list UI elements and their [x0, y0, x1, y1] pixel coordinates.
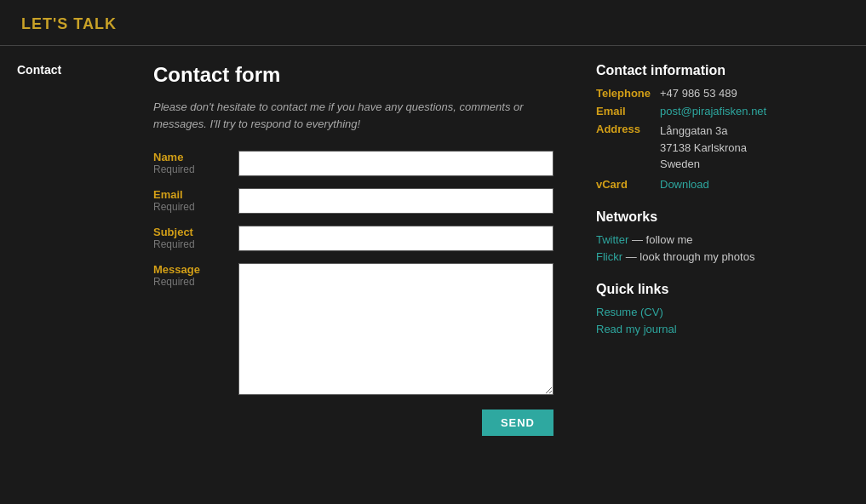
vcard-download-link[interactable]: Download — [660, 178, 709, 191]
message-input-col — [238, 263, 553, 398]
name-row: Name Required — [153, 151, 553, 176]
subject-input-col — [238, 226, 553, 251]
telephone-label: Telephone — [596, 87, 660, 100]
message-textarea[interactable] — [238, 263, 553, 395]
email-input[interactable] — [238, 188, 553, 214]
vcard-label: vCard — [596, 178, 660, 191]
address-value: Långgatan 3a 37138 Karlskrona Sweden — [660, 123, 747, 173]
sidebar: Contact — [0, 63, 136, 436]
telephone-row: Telephone +47 986 53 489 — [596, 87, 792, 100]
twitter-suffix: — follow me — [632, 233, 693, 246]
send-button[interactable]: SEND — [482, 410, 553, 436]
email-input-col — [238, 188, 553, 214]
contact-info-section: Contact information Telephone +47 986 53… — [596, 63, 792, 191]
message-row: Message Required — [153, 263, 553, 398]
subject-label-col: Subject Required — [153, 226, 238, 250]
resume-link[interactable]: Resume (CV) — [596, 306, 792, 318]
send-row: SEND — [153, 410, 553, 436]
flickr-link[interactable]: Flickr — look through my photos — [596, 250, 792, 263]
main-layout: Contact Contact form Please don't hesita… — [0, 46, 866, 436]
email-row: Email Required — [153, 188, 553, 214]
email-info-value[interactable]: post@pirajafisken.net — [660, 105, 766, 117]
site-title: LET'S TALK — [21, 15, 117, 32]
message-required: Required — [153, 276, 238, 288]
name-required: Required — [153, 163, 238, 175]
name-label: Name — [153, 151, 238, 163]
contact-form-section: Contact form Please don't hesitate to co… — [136, 63, 579, 436]
name-input[interactable] — [238, 151, 553, 176]
message-label: Message — [153, 263, 238, 276]
networks-section: Networks Twitter — follow me Flickr — lo… — [596, 209, 792, 263]
networks-heading: Networks — [596, 209, 792, 225]
name-input-col — [238, 151, 553, 176]
vcard-row: vCard Download — [596, 178, 792, 191]
email-label: Email — [153, 188, 238, 201]
address-label: Address — [596, 123, 660, 173]
sidebar-item-contact[interactable]: Contact — [17, 63, 119, 77]
email-label-col: Email Required — [153, 188, 238, 213]
journal-link[interactable]: Read my journal — [596, 323, 792, 335]
right-panel: Contact information Telephone +47 986 53… — [579, 63, 809, 436]
contact-info-heading: Contact information — [596, 63, 792, 78]
twitter-link[interactable]: Twitter — follow me — [596, 233, 792, 246]
subject-input[interactable] — [238, 226, 553, 251]
telephone-value: +47 986 53 489 — [660, 87, 737, 100]
message-label-col: Message Required — [153, 263, 238, 288]
form-heading: Contact form — [153, 63, 553, 87]
email-info-label: Email — [596, 105, 660, 117]
email-required: Required — [153, 201, 238, 213]
subject-row: Subject Required — [153, 226, 553, 251]
subject-label: Subject — [153, 226, 238, 238]
quick-links-section: Quick links Resume (CV) Read my journal — [596, 282, 792, 335]
form-intro: Please don't hesitate to contact me if y… — [153, 99, 553, 132]
quick-links-heading: Quick links — [596, 282, 792, 297]
name-label-col: Name Required — [153, 151, 238, 175]
flickr-suffix: — look through my photos — [626, 250, 755, 263]
header: LET'S TALK — [0, 0, 866, 46]
address-row: Address Långgatan 3a 37138 Karlskrona Sw… — [596, 123, 792, 173]
subject-required: Required — [153, 238, 238, 250]
email-info-row: Email post@pirajafisken.net — [596, 105, 792, 117]
